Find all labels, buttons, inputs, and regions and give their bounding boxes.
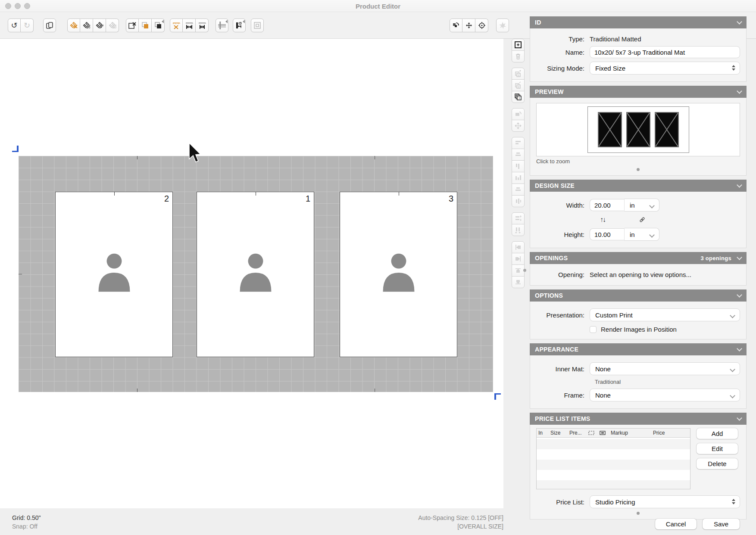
move-opening-icon — [514, 122, 522, 130]
section-preview-header[interactable]: PREVIEW — [530, 86, 747, 98]
duplicate-back-button[interactable]: 3 — [512, 79, 525, 91]
width-unit-select[interactable]: in — [624, 199, 659, 212]
align-left-bars-button[interactable] — [512, 137, 525, 149]
inner-mat-select[interactable]: None — [590, 362, 740, 375]
spacing-off-button[interactable] — [170, 19, 183, 32]
price-list-select[interactable]: Studio Pricing — [590, 495, 740, 508]
distribute-vertical-button[interactable] — [512, 212, 525, 224]
redo-button[interactable]: ↻ — [21, 19, 34, 32]
height-input[interactable] — [590, 228, 624, 240]
section-price-list-header[interactable]: PRICE LIST ITEMS — [530, 413, 747, 425]
align-middle-bars-button[interactable] — [512, 184, 525, 196]
presentation-value: Custom Print — [595, 311, 633, 319]
opening-center-tick — [256, 192, 256, 196]
snap-top-button[interactable] — [512, 264, 525, 277]
section-id: ID Type: Traditional Matted Name: Sizing… — [530, 16, 747, 82]
highlight-button[interactable] — [496, 19, 509, 32]
overall-size-button[interactable] — [251, 19, 264, 32]
opening-3[interactable]: 3 — [340, 192, 457, 357]
product-editor-window: Product Editor ↺ ↻ — [0, 0, 756, 535]
add-opening-button[interactable] — [512, 39, 525, 51]
rotate-opening-button[interactable] — [512, 108, 525, 120]
frame-select[interactable]: None — [590, 389, 740, 401]
magnet-grid-button[interactable] — [80, 19, 93, 32]
section-openings-header[interactable]: OPENINGS 3 openings — [530, 252, 747, 264]
mat-quarter-tick — [375, 389, 375, 392]
duplicate-icon — [46, 22, 53, 29]
type-label: Type: — [536, 35, 584, 43]
section-design-size-header[interactable]: DESIGN SIZE — [530, 180, 747, 192]
duplicate-forward-button[interactable]: 3 — [512, 68, 525, 80]
align-bottom-bars-button[interactable] — [512, 172, 525, 184]
spacing-outer-button[interactable] — [183, 19, 196, 32]
status-right: Auto-Spacing Size: 0.125 [OFF] [OVERALL … — [331, 513, 503, 531]
arrange-order-button[interactable] — [450, 19, 462, 32]
opening-fill-back-button[interactable] — [152, 19, 165, 32]
spacing-inner-button[interactable] — [196, 19, 209, 32]
section-appearance-header[interactable]: APPEARANCE — [530, 343, 747, 355]
duplicate-button[interactable] — [43, 19, 56, 32]
link-dimensions-icon[interactable] — [639, 216, 646, 223]
lock-guides-button[interactable] — [233, 19, 246, 32]
fit-view-button[interactable] — [462, 19, 475, 32]
align-columns-button[interactable] — [512, 160, 525, 172]
price-list-value: Studio Pricing — [595, 498, 635, 506]
snap-left-button[interactable] — [512, 241, 525, 253]
snap-bottom-button[interactable] — [512, 276, 525, 288]
section-preview: PREVIEW — [530, 86, 747, 176]
magnet-frame-button[interactable] — [106, 19, 119, 32]
section-options-header[interactable]: OPTIONS — [530, 289, 747, 302]
section-title: PRICE LIST ITEMS — [535, 415, 590, 422]
cancel-button[interactable]: Cancel — [655, 519, 697, 529]
edit-price-item-button[interactable]: Edit — [697, 443, 738, 454]
chevron-down-icon — [737, 88, 742, 94]
add-price-item-button[interactable]: Add — [697, 428, 738, 439]
section-id-header[interactable]: ID — [530, 16, 747, 28]
duplicate-special-button[interactable]: ? — [512, 91, 525, 103]
frame-label: Frame: — [536, 392, 584, 399]
mat-quarter-tick — [137, 389, 137, 392]
snap-right-button[interactable] — [512, 253, 525, 265]
opening-fill-front-button[interactable] — [139, 19, 152, 32]
highlight-icon — [498, 21, 507, 30]
distribute-horizontal-button[interactable] — [512, 224, 525, 236]
swap-dimensions-icon[interactable]: ↑↓ — [600, 216, 605, 224]
width-input[interactable] — [590, 199, 624, 211]
move-opening-button[interactable] — [512, 120, 525, 132]
align-center-columns-button[interactable] — [512, 195, 525, 207]
window-title: Product Editor — [0, 0, 756, 12]
undo-button[interactable]: ↺ — [8, 19, 21, 32]
opening-delete-button[interactable] — [126, 19, 139, 32]
price-list-table[interactable]: In Size Pre... Markup Price — [536, 428, 690, 489]
delete-price-item-button[interactable]: Delete — [697, 458, 738, 469]
chevron-down-icon — [730, 393, 735, 398]
align-left-bars-icon — [514, 139, 522, 147]
mat-board[interactable]: 2 1 3 — [19, 156, 493, 392]
preview-thumbnail[interactable] — [536, 103, 740, 156]
width-unit-value: in — [630, 202, 635, 209]
overall-size-icon — [253, 21, 262, 30]
magnet-off-button[interactable] — [67, 19, 80, 32]
render-images-checkbox[interactable] — [590, 326, 597, 333]
column-pre: Pre... — [568, 430, 587, 436]
height-unit-select[interactable]: in — [624, 228, 659, 241]
title-bar: Product Editor — [0, 0, 756, 12]
center-target-button[interactable] — [475, 19, 488, 32]
preview-opening-x-icon — [598, 112, 622, 147]
save-button[interactable]: Save — [703, 519, 740, 529]
svg-text:?: ? — [519, 97, 520, 100]
spacing-outer-icon — [185, 21, 194, 30]
design-canvas[interactable]: 2 1 3 — [0, 39, 503, 508]
height-unit-value: in — [630, 231, 635, 238]
opening-1[interactable]: 1 — [197, 192, 314, 357]
delete-opening-button[interactable] — [512, 50, 525, 62]
align-center-bars-button[interactable] — [512, 149, 525, 161]
opening-2[interactable]: 2 — [55, 192, 173, 357]
guides-button[interactable] — [216, 19, 228, 32]
magnet-ruler-button[interactable] — [93, 19, 106, 32]
opening-placeholder: Select an opening to view options... — [590, 271, 691, 278]
presentation-select[interactable]: Custom Print — [590, 308, 740, 321]
rotate-opening-icon — [514, 110, 522, 118]
sizing-mode-select[interactable]: Fixed Size — [590, 62, 740, 75]
name-input[interactable] — [590, 46, 740, 58]
